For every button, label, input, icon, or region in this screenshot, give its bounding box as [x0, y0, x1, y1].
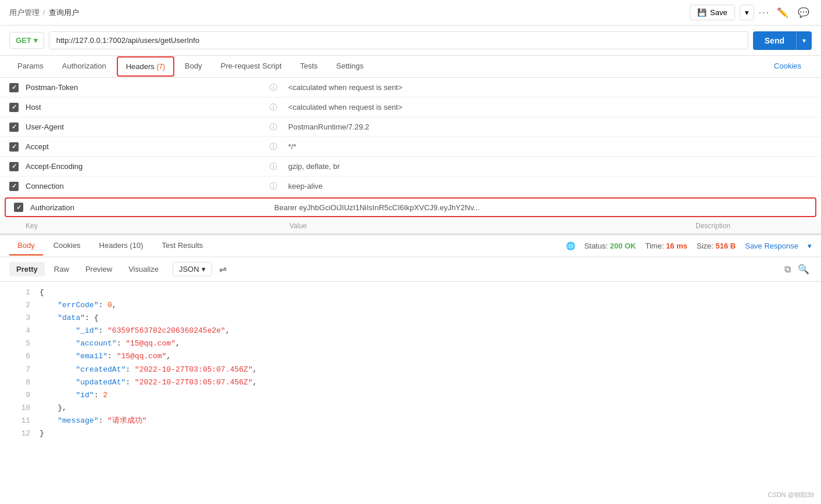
json-response-body: 1 { 2 "errCode": 0, 3 "data": { 4 "_id":…	[0, 282, 821, 444]
header-key: Accept	[26, 142, 270, 151]
format-type-label: JSON	[179, 265, 199, 273]
info-icon: ⓘ	[270, 161, 284, 172]
format-tab-pretty[interactable]: Pretty	[9, 262, 45, 276]
format-tabs: Pretty Raw Preview Visualize JSON ▾ ⇌ ⧉ …	[0, 257, 821, 282]
breadcrumb-parent[interactable]: 用户管理	[9, 8, 40, 18]
row-checkbox-host[interactable]	[9, 103, 19, 112]
response-tab-headers[interactable]: Headers (10)	[91, 236, 152, 255]
save-response-button[interactable]: Save Response	[745, 242, 798, 250]
size-label: Size: 516 B	[697, 242, 736, 250]
header-key: Accept-Encoding	[26, 162, 270, 171]
response-tab-body[interactable]: Body	[9, 236, 43, 255]
tab-authorization[interactable]: Authorization	[54, 57, 114, 76]
save-button[interactable]: 💾 Save	[690, 5, 735, 20]
tab-headers[interactable]: Headers (7)	[117, 56, 174, 77]
row-checkbox-authorization[interactable]	[14, 203, 23, 212]
json-line: 10 },	[0, 402, 821, 415]
row-checkbox-connection[interactable]	[9, 182, 19, 191]
table-row-authorization: Authorization Bearer eyJhbGciOiJIUzI1NiI…	[5, 197, 816, 217]
info-icon: ⓘ	[270, 181, 284, 192]
header-value-authorization: Bearer eyJhbGciOiJIUzI1NiIsInR5cCI6IkpXV…	[274, 203, 807, 212]
row-checkbox-accept-encoding[interactable]	[9, 162, 19, 171]
json-line: 7 "createdAt": "2022-10-27T03:05:07.456Z…	[0, 363, 821, 376]
header-key: Host	[26, 103, 270, 111]
status-value: 200 OK	[610, 242, 636, 250]
response-tab-test-results[interactable]: Test Results	[153, 236, 211, 255]
tab-settings[interactable]: Settings	[328, 57, 372, 76]
save-response-arrow[interactable]: ▾	[808, 242, 812, 250]
url-input[interactable]	[49, 31, 748, 49]
header-value: <calculated when request is sent>	[288, 83, 812, 92]
col-desc-label: Description	[695, 222, 812, 230]
send-group: Send ▾	[753, 31, 812, 50]
response-tabs: Body Cookies Headers (10) Test Results 🌐…	[0, 235, 821, 257]
col-value-label: Value	[271, 222, 695, 230]
json-line: 4 "_id": "6359f563782c206360245e2e",	[0, 325, 821, 337]
response-tab-cookies[interactable]: Cookies	[45, 236, 89, 255]
format-tab-visualize[interactable]: Visualize	[121, 262, 166, 276]
tab-body[interactable]: Body	[177, 57, 210, 76]
table-row: User-Agent ⓘ PostmanRuntime/7.29.2	[0, 117, 821, 137]
edit-icon-button[interactable]: ✏️	[775, 5, 791, 20]
json-line: 6 "email": "15@qq.com",	[0, 350, 821, 363]
header-key: Connection	[26, 182, 270, 190]
tab-cookies[interactable]: Cookies	[766, 57, 809, 76]
send-button[interactable]: Send	[753, 31, 796, 50]
search-icon[interactable]: 🔍	[795, 261, 812, 277]
table-row: Postman-Token ⓘ <calculated when request…	[0, 78, 821, 98]
save-icon: 💾	[697, 8, 707, 17]
tab-params[interactable]: Params	[9, 57, 52, 76]
table-row: Host ⓘ <calculated when request is sent>	[0, 98, 821, 117]
wrap-lines-icon[interactable]: ⇌	[219, 264, 227, 275]
format-type-select[interactable]: JSON ▾	[173, 262, 212, 276]
row-checkbox-accept[interactable]	[9, 142, 19, 152]
request-tabs: Params Authorization Headers (7) Body Pr…	[0, 56, 821, 78]
header-key-authorization: Authorization	[30, 203, 274, 212]
header-value: */*	[288, 142, 812, 151]
response-section: Body Cookies Headers (10) Test Results 🌐…	[0, 234, 821, 444]
tab-tests[interactable]: Tests	[292, 57, 326, 76]
response-headers-badge: (10)	[130, 241, 143, 250]
info-icon: ⓘ	[270, 82, 284, 93]
status-label: Status: 200 OK	[585, 242, 636, 250]
header-value: gzip, deflate, br	[288, 162, 812, 171]
top-bar: 用户管理 / 查询用户 💾 Save ▾ ··· ✏️ 💬	[0, 0, 821, 26]
header-value: keep-alive	[288, 182, 812, 190]
chat-icon-button[interactable]: 💬	[795, 5, 812, 20]
breadcrumb-current: 查询用户	[49, 8, 79, 18]
send-dropdown-button[interactable]: ▾	[796, 31, 812, 50]
method-select[interactable]: GET ▾	[9, 32, 44, 49]
method-dropdown-icon: ▾	[34, 36, 38, 45]
header-key: Postman-Token	[26, 83, 270, 92]
url-bar: GET ▾ Send ▾	[0, 26, 821, 56]
breadcrumb: 用户管理 / 查询用户	[9, 8, 79, 18]
table-row: Accept-Encoding ⓘ gzip, deflate, br	[0, 157, 821, 177]
save-label: Save	[710, 8, 727, 17]
time-label: Time: 16 ms	[645, 242, 687, 250]
save-dropdown-button[interactable]: ▾	[740, 5, 754, 20]
col-key-label: Key	[9, 222, 271, 230]
response-status-bar: 🌐 Status: 200 OK Time: 16 ms Size: 516 B…	[566, 242, 812, 250]
method-label: GET	[16, 36, 31, 45]
toolbar: 💾 Save ▾ ··· ✏️ 💬	[690, 5, 812, 20]
json-line: 9 "id": 2	[0, 389, 821, 402]
json-line: 11 "message": "请求成功"	[0, 415, 821, 427]
row-checkbox-postman-token[interactable]	[9, 83, 19, 92]
column-headers: Key Value Description	[0, 218, 821, 234]
more-options-button[interactable]: ···	[759, 8, 770, 18]
tab-prerequest[interactable]: Pre-request Script	[213, 57, 290, 76]
watermark: CSDN @朝阳39	[768, 491, 814, 499]
info-icon: ⓘ	[270, 102, 284, 113]
json-line: 5 "account": "15@qq.com",	[0, 337, 821, 350]
headers-table: Postman-Token ⓘ <calculated when request…	[0, 78, 821, 234]
info-icon: ⓘ	[270, 122, 284, 132]
header-value: PostmanRuntime/7.29.2	[288, 123, 812, 131]
row-checkbox-user-agent[interactable]	[9, 123, 19, 132]
json-line: 12 }	[0, 427, 821, 440]
format-tab-raw[interactable]: Raw	[47, 262, 76, 276]
json-line: 3 "data": {	[0, 312, 821, 325]
json-line: 1 {	[0, 286, 821, 299]
copy-icon[interactable]: ⧉	[782, 262, 793, 277]
table-row: Accept ⓘ */*	[0, 137, 821, 157]
format-tab-preview[interactable]: Preview	[78, 262, 119, 276]
